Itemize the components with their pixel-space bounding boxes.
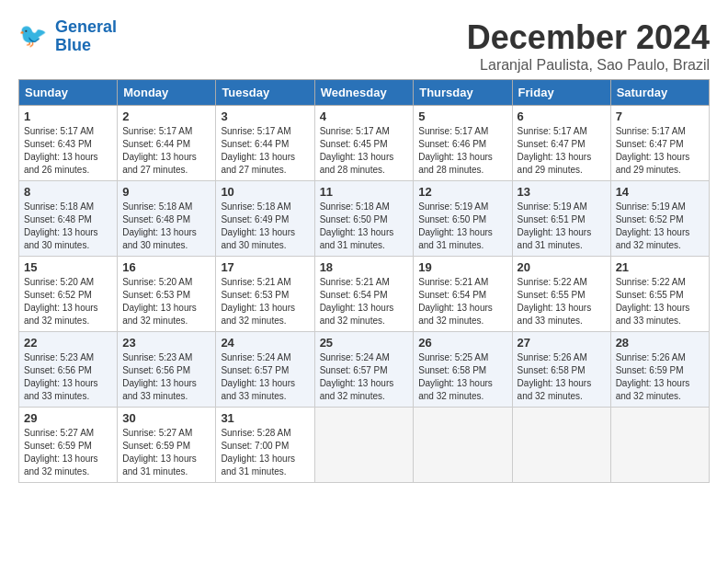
calendar-cell: 4Sunrise: 5:17 AM Sunset: 6:45 PM Daylig…	[314, 106, 414, 181]
calendar-cell: 12Sunrise: 5:19 AM Sunset: 6:50 PM Dayli…	[414, 181, 512, 257]
calendar-cell	[512, 408, 610, 483]
day-number: 30	[122, 411, 210, 425]
calendar-cell: 8Sunrise: 5:18 AM Sunset: 6:48 PM Daylig…	[19, 181, 118, 257]
calendar-cell: 2Sunrise: 5:17 AM Sunset: 6:44 PM Daylig…	[118, 106, 216, 181]
weekday-sunday: Sunday	[19, 80, 118, 106]
day-number: 5	[418, 109, 506, 123]
calendar-cell: 26Sunrise: 5:25 AM Sunset: 6:58 PM Dayli…	[414, 332, 512, 408]
day-info: Sunrise: 5:27 AM Sunset: 6:59 PM Dayligh…	[24, 427, 112, 478]
calendar-cell	[314, 408, 414, 483]
calendar-week-1: 1Sunrise: 5:17 AM Sunset: 6:43 PM Daylig…	[19, 106, 710, 181]
page-container: 🐦 General Blue December 2024 Laranjal Pa…	[18, 18, 710, 483]
day-info: Sunrise: 5:20 AM Sunset: 6:53 PM Dayligh…	[122, 276, 210, 327]
weekday-saturday: Saturday	[610, 80, 709, 106]
calendar-cell: 25Sunrise: 5:24 AM Sunset: 6:57 PM Dayli…	[314, 332, 414, 408]
day-info: Sunrise: 5:19 AM Sunset: 6:52 PM Dayligh…	[616, 201, 704, 252]
day-number: 3	[221, 109, 309, 123]
day-number: 24	[221, 336, 309, 350]
day-info: Sunrise: 5:21 AM Sunset: 6:54 PM Dayligh…	[320, 276, 409, 327]
day-number: 15	[24, 260, 112, 274]
day-info: Sunrise: 5:17 AM Sunset: 6:47 PM Dayligh…	[518, 125, 606, 177]
day-info: Sunrise: 5:26 AM Sunset: 6:59 PM Dayligh…	[616, 351, 704, 403]
weekday-header-row: SundayMondayTuesdayWednesdayThursdayFrid…	[19, 80, 710, 106]
day-number: 20	[518, 260, 606, 274]
calendar-cell: 16Sunrise: 5:20 AM Sunset: 6:53 PM Dayli…	[118, 257, 216, 332]
day-info: Sunrise: 5:17 AM Sunset: 6:43 PM Dayligh…	[24, 125, 112, 177]
day-number: 7	[616, 109, 704, 123]
calendar-cell: 29Sunrise: 5:27 AM Sunset: 6:59 PM Dayli…	[19, 408, 118, 483]
day-number: 4	[320, 109, 409, 123]
title-block: December 2024 Laranjal Paulista, Sao Pau…	[467, 18, 710, 74]
day-info: Sunrise: 5:18 AM Sunset: 6:48 PM Dayligh…	[122, 201, 210, 252]
day-number: 9	[122, 185, 210, 199]
day-info: Sunrise: 5:22 AM Sunset: 6:55 PM Dayligh…	[518, 276, 606, 327]
svg-text:🐦: 🐦	[18, 21, 48, 50]
day-number: 23	[122, 336, 210, 350]
day-info: Sunrise: 5:28 AM Sunset: 7:00 PM Dayligh…	[221, 427, 309, 478]
day-info: Sunrise: 5:25 AM Sunset: 6:58 PM Dayligh…	[418, 351, 506, 403]
day-info: Sunrise: 5:17 AM Sunset: 6:47 PM Dayligh…	[616, 125, 704, 177]
day-info: Sunrise: 5:18 AM Sunset: 6:49 PM Dayligh…	[221, 201, 309, 252]
calendar-cell: 9Sunrise: 5:18 AM Sunset: 6:48 PM Daylig…	[118, 181, 216, 257]
day-number: 6	[518, 109, 606, 123]
calendar-week-2: 8Sunrise: 5:18 AM Sunset: 6:48 PM Daylig…	[19, 181, 710, 257]
day-info: Sunrise: 5:19 AM Sunset: 6:50 PM Dayligh…	[418, 201, 506, 252]
day-number: 17	[221, 260, 309, 274]
day-number: 26	[418, 336, 506, 350]
weekday-thursday: Thursday	[414, 80, 512, 106]
calendar-cell: 28Sunrise: 5:26 AM Sunset: 6:59 PM Dayli…	[610, 332, 709, 408]
calendar-cell: 10Sunrise: 5:18 AM Sunset: 6:49 PM Dayli…	[216, 181, 314, 257]
day-info: Sunrise: 5:17 AM Sunset: 6:45 PM Dayligh…	[320, 125, 409, 177]
day-info: Sunrise: 5:17 AM Sunset: 6:44 PM Dayligh…	[122, 125, 210, 177]
calendar-cell: 18Sunrise: 5:21 AM Sunset: 6:54 PM Dayli…	[314, 257, 414, 332]
day-info: Sunrise: 5:24 AM Sunset: 6:57 PM Dayligh…	[320, 351, 409, 403]
day-number: 18	[320, 260, 409, 274]
day-number: 27	[518, 336, 606, 350]
calendar-cell: 20Sunrise: 5:22 AM Sunset: 6:55 PM Dayli…	[512, 257, 610, 332]
day-info: Sunrise: 5:17 AM Sunset: 6:46 PM Dayligh…	[418, 125, 506, 177]
day-number: 25	[320, 336, 409, 350]
weekday-wednesday: Wednesday	[314, 80, 414, 106]
day-number: 1	[24, 109, 112, 123]
day-number: 12	[418, 185, 506, 199]
day-number: 21	[616, 260, 704, 274]
calendar-cell	[610, 408, 709, 483]
calendar-cell: 3Sunrise: 5:17 AM Sunset: 6:44 PM Daylig…	[216, 106, 314, 181]
calendar-cell: 13Sunrise: 5:19 AM Sunset: 6:51 PM Dayli…	[512, 181, 610, 257]
day-info: Sunrise: 5:23 AM Sunset: 6:56 PM Dayligh…	[122, 351, 210, 403]
logo-icon: 🐦	[18, 20, 51, 53]
day-number: 19	[418, 260, 506, 274]
calendar-cell: 1Sunrise: 5:17 AM Sunset: 6:43 PM Daylig…	[19, 106, 118, 181]
day-info: Sunrise: 5:21 AM Sunset: 6:53 PM Dayligh…	[221, 276, 309, 327]
weekday-tuesday: Tuesday	[216, 80, 314, 106]
month-title: December 2024	[467, 18, 710, 57]
day-info: Sunrise: 5:21 AM Sunset: 6:54 PM Dayligh…	[418, 276, 506, 327]
day-number: 11	[320, 185, 409, 199]
day-info: Sunrise: 5:27 AM Sunset: 6:59 PM Dayligh…	[122, 427, 210, 478]
day-number: 31	[221, 411, 309, 425]
day-info: Sunrise: 5:17 AM Sunset: 6:44 PM Dayligh…	[221, 125, 309, 177]
calendar-cell: 22Sunrise: 5:23 AM Sunset: 6:56 PM Dayli…	[19, 332, 118, 408]
calendar-cell: 17Sunrise: 5:21 AM Sunset: 6:53 PM Dayli…	[216, 257, 314, 332]
calendar-cell: 30Sunrise: 5:27 AM Sunset: 6:59 PM Dayli…	[118, 408, 216, 483]
calendar-cell: 6Sunrise: 5:17 AM Sunset: 6:47 PM Daylig…	[512, 106, 610, 181]
calendar-cell: 5Sunrise: 5:17 AM Sunset: 6:46 PM Daylig…	[414, 106, 512, 181]
calendar-week-3: 15Sunrise: 5:20 AM Sunset: 6:52 PM Dayli…	[19, 257, 710, 332]
calendar-cell: 19Sunrise: 5:21 AM Sunset: 6:54 PM Dayli…	[414, 257, 512, 332]
day-info: Sunrise: 5:20 AM Sunset: 6:52 PM Dayligh…	[24, 276, 112, 327]
logo: 🐦 General Blue	[18, 18, 117, 55]
location-subtitle: Laranjal Paulista, Sao Paulo, Brazil	[467, 57, 710, 74]
day-info: Sunrise: 5:23 AM Sunset: 6:56 PM Dayligh…	[24, 351, 112, 403]
calendar-cell: 15Sunrise: 5:20 AM Sunset: 6:52 PM Dayli…	[19, 257, 118, 332]
calendar-week-4: 22Sunrise: 5:23 AM Sunset: 6:56 PM Dayli…	[19, 332, 710, 408]
day-number: 13	[518, 185, 606, 199]
day-info: Sunrise: 5:24 AM Sunset: 6:57 PM Dayligh…	[221, 351, 309, 403]
calendar-cell: 11Sunrise: 5:18 AM Sunset: 6:50 PM Dayli…	[314, 181, 414, 257]
day-number: 8	[24, 185, 112, 199]
day-number: 10	[221, 185, 309, 199]
page-header: 🐦 General Blue December 2024 Laranjal Pa…	[18, 18, 710, 74]
day-number: 2	[122, 109, 210, 123]
day-info: Sunrise: 5:22 AM Sunset: 6:55 PM Dayligh…	[616, 276, 704, 327]
day-number: 22	[24, 336, 112, 350]
weekday-friday: Friday	[512, 80, 610, 106]
